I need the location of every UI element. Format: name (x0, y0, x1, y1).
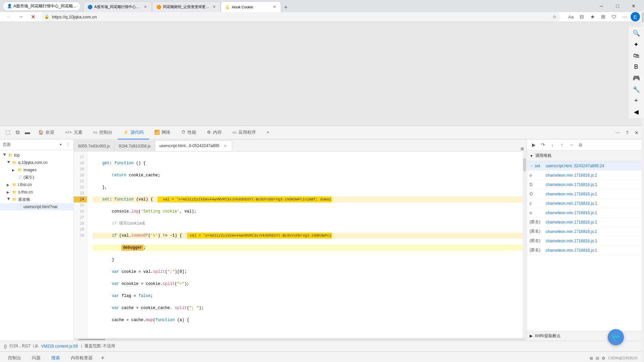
tree-item-ithsi[interactable]: ▶ 📁 i.thsi.cn (0, 181, 73, 188)
new-tab-button[interactable]: + (281, 3, 290, 12)
tree-item-images[interactable]: ▶ 📁 images (0, 166, 73, 174)
sidebar-icon-search[interactable]: 🔍 (633, 29, 640, 37)
star-icon[interactable]: ☆ (552, 14, 557, 19)
editor-format-button[interactable]: ⊞ (518, 146, 527, 151)
browser-tab-1[interactable]: 🔵 A股市场_同花顺行情中心_同花顺... ✕ (83, 1, 152, 12)
call-stack-header[interactable]: ▼ 调用堆栈 (527, 150, 644, 161)
bottom-tab-problems[interactable]: 问题 (26, 352, 46, 362)
bottom-tab-memory-inspector[interactable]: 内存检查器 (65, 352, 98, 362)
reading-mode-button[interactable]: Aa (566, 12, 576, 21)
vertical-scrollbar[interactable] (523, 152, 527, 338)
devtools-bottom-icon-3[interactable]: ⚙ (602, 356, 605, 361)
sidebar-icon-bing[interactable]: B (634, 63, 638, 70)
devtools-tab-plus[interactable]: + (261, 126, 275, 139)
step-out-button[interactable]: ↑ (558, 141, 566, 149)
devtools-tab-performance[interactable]: ⏱ 性能 (176, 126, 202, 139)
call-stack-item-5[interactable]: o chameleon.min.1716816.js:1 (527, 208, 644, 218)
forward-button[interactable]: → (16, 12, 25, 21)
call-stack-item-9[interactable]: (匿名) chameleon.min.1716816.js:1 (527, 246, 644, 255)
bottom-tab-console[interactable]: 控制台 (3, 352, 26, 362)
call-stack-file-9[interactable]: chameleon.min.1716816.js:1 (546, 248, 597, 253)
back-button[interactable]: ← (4, 12, 13, 21)
right-panel-scrollbar[interactable] (641, 139, 644, 341)
resume-button[interactable]: ▶ (530, 141, 538, 149)
sidebar-icon-add[interactable]: + (634, 97, 638, 104)
devtools-tab-device[interactable]: ⧉ (13, 126, 22, 139)
devtools-tab-sources[interactable]: ⚡ 源代码 (118, 126, 149, 139)
devtools-tab-memory[interactable]: ⚙ 内存 (202, 126, 227, 139)
tree-item-index[interactable]: ▶ 📄 (索引) (0, 174, 73, 181)
call-stack-item-7[interactable]: (匿名) chameleon.min.1716816.js:1 (527, 227, 644, 236)
editor-tab-2[interactable]: 9194.7d910356.js (114, 140, 155, 151)
tab-close-1[interactable]: ✕ (143, 4, 148, 10)
call-stack-file-3[interactable]: chameleon.min.1716816.js:1 (546, 192, 597, 196)
tree-item-top[interactable]: ▶ 📁 top (0, 152, 73, 159)
restore-button[interactable]: □ (610, 1, 625, 11)
tab-close-2[interactable]: ✕ (212, 4, 216, 10)
devtools-close[interactable]: ✕ (632, 128, 641, 137)
bottom-tab-search[interactable]: 搜索 (46, 352, 65, 362)
close-button[interactable]: ✕ (626, 1, 641, 11)
profile-button[interactable]: 👤 A股市场_同花顺行情中心_同花顺... (3, 2, 80, 11)
call-stack-item-2[interactable]: D chameleon.min.1716816.js:1 (527, 180, 644, 189)
call-stack-item-0[interactable]: → set userscript.html..5243247a895:24 (527, 161, 644, 171)
tree-item-sthsi[interactable]: ▶ 📁 s.thsi.cn (0, 188, 73, 196)
browser-tab-3[interactable]: 🪝 Hook Cookie ✕ (221, 1, 281, 12)
browser-essentials-button[interactable]: 🛡 (609, 12, 619, 21)
call-stack-item-3[interactable]: O chameleon.min.1716816.js:1 (527, 189, 644, 199)
call-stack-item-4[interactable]: c chameleon.min.1716816.js:1 (527, 199, 644, 208)
sidebar-icon-games[interactable]: 🎮 (633, 74, 640, 82)
editor-tab-1[interactable]: 6055.7e83c993.js (74, 140, 114, 151)
call-stack-file-0[interactable]: userscript.html..5243247a895:24 (546, 164, 604, 168)
call-stack-file-2[interactable]: chameleon.min.1716816.js:1 (546, 182, 597, 187)
call-stack-file-4[interactable]: chameleon.min.1716816.js:1 (546, 201, 597, 206)
devtools-tab-elements[interactable]: </> 元素 (60, 126, 88, 139)
deactivate-breakpoints-button[interactable]: ⊘ (577, 141, 585, 149)
code-content[interactable]: get: function () { return cookie_cache; … (87, 152, 523, 338)
tree-item-userscript[interactable]: ▶ 📄 userscript.html?nar (0, 203, 73, 210)
horizontal-scrollbar[interactable] (74, 338, 527, 341)
devtools-tab-console[interactable]: ▭ 控制台 (88, 126, 118, 139)
sidebar-icon-expand[interactable]: ◀ (634, 108, 639, 116)
browser-tab-2[interactable]: 🟠 同花顺财经_让投资变得更简单 ✕ (152, 1, 221, 12)
step-into-button[interactable]: ↓ (548, 141, 556, 149)
call-stack-item-8[interactable]: (匿名) chameleon.min.1716816.js:1 (527, 236, 644, 246)
editor-tab-3-close[interactable]: ✕ (223, 143, 228, 148)
tree-item-q10jqka[interactable]: ▶ 📁 q.10jqka.com.cn (0, 159, 73, 166)
step-over-button[interactable]: ↷ (539, 141, 547, 149)
devtools-tab-network[interactable]: 📶 网络 (149, 126, 176, 139)
more-tools-button[interactable]: ⋯ (620, 12, 629, 21)
bottom-tab-plus[interactable]: + (98, 354, 107, 362)
editor-tab-3[interactable]: userscript.html...0-05243247a895 ✕ (155, 140, 232, 151)
call-stack-file-7[interactable]: chameleon.min.1716816.js:1 (546, 229, 597, 234)
call-stack-file-1[interactable]: chameleon.min.1716816.js:1 (546, 173, 597, 178)
favorites-button[interactable]: ★ (588, 12, 597, 21)
reload-button[interactable]: ✕ (28, 12, 38, 21)
xhr-section-header[interactable]: ▶ XHR/提取断点 (527, 331, 644, 341)
split-view-button[interactable]: ⊟ (577, 12, 586, 21)
expand-button[interactable]: ▾ (58, 142, 63, 147)
devtools-tab-application[interactable]: ▭ 应用程序 (227, 126, 261, 139)
call-stack-item-1[interactable]: o chameleon.min.1716816.js:1 (527, 171, 644, 180)
devtools-more-options[interactable]: ⋯ (613, 128, 623, 137)
devtools-tab-welcome[interactable]: 🏠 欢迎 (33, 126, 60, 139)
address-bar[interactable]: 🔒 https://q.10jqka.com.cn ☆ (40, 12, 561, 21)
code-scroll-area[interactable]: 17 18 19 20 21 22 23 24 25 26 27 (74, 152, 527, 338)
mascot-icon[interactable]: 🐦 (608, 329, 624, 345)
devtools-bottom-icon-2[interactable]: ⊟ (596, 356, 599, 361)
more-button[interactable]: ⋮ (64, 142, 71, 147)
step-button[interactable]: → (567, 141, 575, 149)
status-vm-link[interactable]: VM228 content.js:56 (41, 344, 78, 349)
edge-profile-icon[interactable]: E (631, 12, 640, 21)
sidebar-icon-tools[interactable]: 🔧 (633, 86, 640, 93)
sidebar-icon-shopping[interactable]: 🛍 (633, 52, 639, 59)
minimize-button[interactable]: ─ (594, 1, 609, 11)
sidebar-icon-copilot[interactable]: ✦ (634, 41, 639, 48)
call-stack-file-6[interactable]: chameleon.min.1716816.js:1 (546, 220, 597, 225)
collections-button[interactable]: ⊞ (598, 12, 608, 21)
call-stack-item-6[interactable]: (匿名) chameleon.min.1716816.js:1 (527, 218, 644, 227)
devtools-tab-layout[interactable]: ▬ (22, 126, 33, 139)
tab-close-3[interactable]: ✕ (272, 4, 277, 10)
devtools-tab-capture[interactable]: ⬚ (3, 126, 13, 139)
tree-item-suanmao[interactable]: ▶ 📁 篡改猴 (0, 196, 73, 203)
